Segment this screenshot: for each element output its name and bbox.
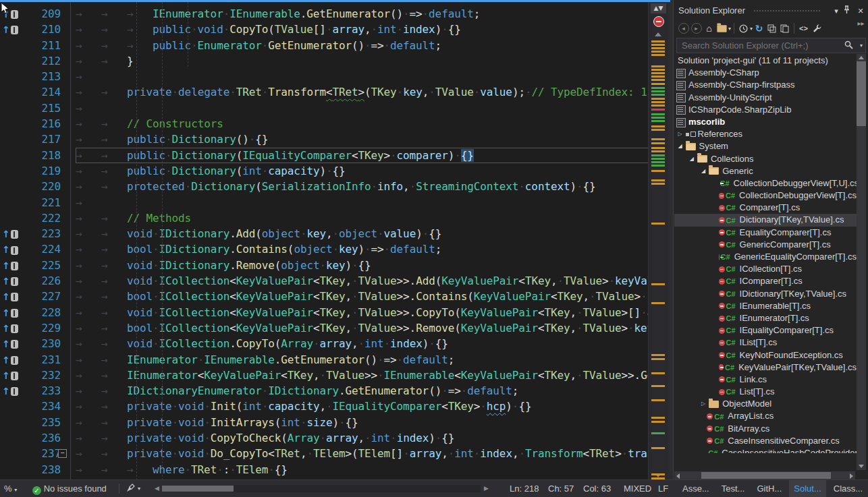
code-text-column[interactable]: →→→IEnumerator·IEnumerable.GetEnumerator… (70, 2, 649, 480)
tree-item-idictionary-tkey-tvalue-cs[interactable]: C#IDictionary[TKey,TValue].cs (674, 288, 857, 300)
glyph-cell[interactable]: ↑ (0, 352, 20, 368)
close-icon[interactable]: ✕ (855, 5, 866, 16)
tree-item-system[interactable]: ◢System (674, 140, 857, 152)
editor-vertical-scrollbar[interactable]: ▲▼ (648, 2, 668, 480)
tree-item-ienumerator-t-cs[interactable]: C#IEnumerator[T].cs (674, 312, 857, 324)
split-editor-grip-icon[interactable]: ▲▼ (651, 3, 666, 13)
tree-item-caseinsensitivehashcodeprovider-cs[interactable]: C#CaseInsensitiveHashCodeProvider.cs (674, 447, 857, 453)
solution-explorer-titlebar[interactable]: Solution Explorer ▾ ✕ (674, 0, 868, 20)
override-indicator-icon[interactable]: ↑ (2, 384, 18, 399)
hscroll-right-arrow[interactable]: ▶ (483, 485, 490, 492)
glyph-cell[interactable]: ↑ (0, 22, 20, 37)
glyph-cell[interactable]: ↑ (0, 336, 20, 351)
scrollbar-thumb[interactable] (857, 61, 866, 126)
expanded-twisty-icon[interactable]: ◢ (675, 140, 686, 152)
glyph-cell[interactable]: ↑ (0, 320, 20, 336)
tree-item-mscorlib[interactable]: mscorlib (674, 116, 857, 128)
glyph-cell[interactable]: ↑ (0, 273, 20, 289)
override-indicator-icon[interactable]: ↑ (2, 227, 18, 242)
glyph-cell[interactable]: ↑ (0, 368, 20, 383)
document-health-error-icon[interactable] (653, 16, 664, 27)
issues-indicator[interactable]: ✓ No issues found (32, 480, 107, 497)
glyph-cell[interactable]: ↑ (0, 305, 20, 320)
tree-item-collections[interactable]: ◢Collections (674, 153, 857, 165)
tree-item-solution-project-gui-11-of-11-projects[interactable]: Solution 'project-gui' (11 of 11 project… (674, 55, 857, 67)
collapse-all-icon[interactable] (765, 22, 778, 34)
filter-pending-changes-icon[interactable] (737, 22, 750, 34)
titlebar-grip[interactable] (753, 9, 821, 13)
editor-horizontal-scrollbar[interactable] (162, 485, 481, 492)
switch-views-dropdown[interactable]: ▾ (728, 26, 731, 32)
solution-explorer-search[interactable]: ▾ (676, 38, 866, 53)
fold-collapse-button[interactable]: − (58, 449, 67, 458)
tree-item-caseinsensitivecomparer-cs[interactable]: C#CaseInsensitiveComparer.cs (674, 435, 857, 447)
tree-item-ilist-t-cs[interactable]: C#IList[T].cs (674, 337, 857, 349)
override-indicator-icon[interactable]: ↑ (2, 274, 18, 289)
refresh-icon[interactable]: ↻ (753, 22, 765, 34)
tree-item-ienumerable-t-cs[interactable]: C#IEnumerable[T].cs (674, 300, 857, 312)
glyph-cell[interactable]: ↑ (0, 383, 20, 399)
toolbar-overflow-icon[interactable]: ▸▸ (855, 17, 867, 29)
tool-window-tab-gith[interactable]: GitH... (752, 480, 786, 497)
tree-item-equalitycomparer-t-cs[interactable]: C#EqualityComparer[T].cs (674, 227, 857, 239)
search-input[interactable] (680, 39, 838, 52)
override-indicator-icon[interactable]: ↑ (2, 305, 18, 321)
scroll-right-arrow[interactable] (850, 473, 853, 479)
home-icon[interactable]: ⌂ (703, 22, 715, 34)
view-code-icon[interactable]: <> (797, 22, 810, 34)
override-indicator-icon[interactable]: ↑ (2, 22, 18, 38)
switch-views-icon[interactable] (715, 22, 728, 34)
tree-item-assembly-csharp-firstpass[interactable]: Assembly-CSharp-firstpass (674, 79, 857, 91)
code-editor[interactable]: ↑↑↑↑↑↑↑↑↑↑↑↑↑ 20921021121221321421521621… (0, 0, 668, 480)
tree-vertical-scrollbar[interactable] (857, 54, 866, 470)
glyph-margin[interactable]: ↑↑↑↑↑↑↑↑↑↑↑↑↑ (0, 2, 20, 480)
tree-item-keynotfoundexception-cs[interactable]: C#KeyNotFoundException.cs (674, 349, 857, 361)
forward-icon[interactable]: ▸ (690, 22, 703, 34)
override-indicator-icon[interactable]: ↑ (2, 353, 18, 368)
back-icon[interactable]: ◂ (677, 22, 690, 34)
tree-item-icollection-t-cs[interactable]: C#ICollection[T].cs (674, 263, 857, 275)
glyph-cell[interactable]: ↑ (0, 226, 20, 241)
hscroll-left-arrow[interactable]: ◀ (153, 485, 161, 492)
tree-item-list-t-cs[interactable]: C#List[T].cs (674, 386, 857, 398)
tool-window-tab-class[interactable]: Class... (829, 480, 867, 497)
scroll-down-arrow[interactable] (859, 465, 864, 468)
tree-item-assembly-csharp[interactable]: Assembly-CSharp (674, 67, 857, 79)
tree-item-link-cs[interactable]: C#Link.cs (674, 374, 857, 386)
glyph-cell[interactable]: ↑ (0, 258, 20, 273)
search-options-dropdown[interactable]: ▾ (860, 42, 863, 49)
tree-item-icomparer-t-cs[interactable]: C#IComparer[T].cs (674, 275, 857, 287)
tree-item-bitarray-cs[interactable]: C#BitArray.cs (674, 423, 857, 435)
tree-item-references[interactable]: ▷References (674, 128, 857, 140)
tree-item-assembly-unityscript[interactable]: Assembly-UnityScript (674, 92, 857, 104)
override-indicator-icon[interactable]: ↑ (2, 337, 18, 352)
tree-horizontal-scrollbar[interactable] (674, 471, 855, 479)
tree-item-keyvaluepair-tkey-tvalue-cs[interactable]: C#KeyValuePair[TKey,TValue].cs (674, 361, 857, 374)
tree-item-arraylist-cs[interactable]: C#ArrayList.cs (674, 410, 857, 422)
scroll-up-arrow[interactable] (655, 32, 661, 36)
zoom-control[interactable]: % ▾ (4, 480, 17, 497)
code-cleanup-broom-icon[interactable] (126, 484, 136, 494)
window-position-chevron-icon[interactable]: ▾ (831, 5, 842, 16)
tree-item-dictionary-tkey-tvalue-cs[interactable]: C#Dictionary[TKey,TValue].cs (674, 214, 857, 226)
scrollbar-thumb[interactable] (162, 486, 234, 492)
tool-window-tab-test[interactable]: Test... (717, 480, 750, 497)
show-all-files-icon[interactable] (778, 22, 791, 34)
collapsed-twisty-icon[interactable]: ▷ (675, 128, 686, 140)
code-cleanup-dropdown[interactable]: ▾ (138, 480, 140, 497)
tree-item-iequalitycomparer-t-cs[interactable]: C#IEqualityComparer[T].cs (674, 324, 857, 337)
tree-item-icsharpcode-sharpziplib[interactable]: ICSharpCode.SharpZipLib (674, 104, 857, 116)
override-indicator-icon[interactable]: ↑ (2, 321, 18, 337)
tool-window-tab-asse[interactable]: Asse... (678, 480, 714, 497)
expanded-twisty-icon[interactable]: ◢ (698, 165, 709, 177)
code-area[interactable]: ↑↑↑↑↑↑↑↑↑↑↑↑↑ 20921021121221321421521621… (0, 2, 649, 480)
search-icon[interactable] (844, 40, 853, 49)
scrollbar-thumb[interactable] (701, 472, 831, 479)
tree-item-comparer-t-cs[interactable]: C#Comparer[T].cs (674, 202, 857, 214)
tool-window-tab-solut[interactable]: Solut... (789, 480, 825, 497)
override-indicator-icon[interactable]: ↑ (2, 242, 18, 258)
pin-icon[interactable] (843, 5, 854, 16)
tree-item-collectiondebuggerview-t-cs[interactable]: C#CollectionDebuggerView[T].cs (674, 189, 857, 202)
tree-item-genericequalitycomparer-t-cs[interactable]: C#GenericEqualityComparer[T].cs (674, 251, 857, 263)
override-indicator-icon[interactable]: ↑ (2, 289, 18, 305)
